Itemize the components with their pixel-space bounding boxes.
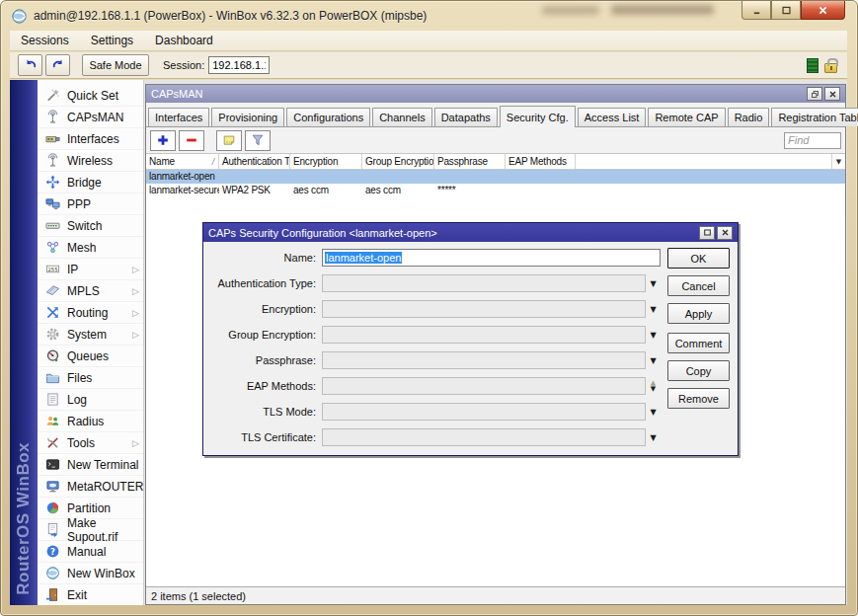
minimize-button[interactable] — [741, 1, 771, 20]
sidebar-item-exit[interactable]: Exit — [38, 584, 143, 605]
header-encryption[interactable]: Encryption — [290, 154, 362, 169]
field-row-tls-certificate: TLS Certificate: ▼ — [203, 427, 661, 447]
header-eap-methods[interactable]: EAP Methods — [506, 154, 576, 169]
tab-provisioning[interactable]: Provisioning — [211, 108, 284, 126]
sidebar-item-capsman[interactable]: CAPsMAN — [38, 107, 143, 128]
sidebar-item-radius[interactable]: Radius — [38, 411, 143, 432]
tab-security-cfg[interactable]: Security Cfg. — [500, 106, 576, 127]
remove-button[interactable] — [179, 130, 204, 151]
sidebar-item-log[interactable]: Log — [38, 389, 143, 411]
tab-access-list[interactable]: Access List — [578, 108, 647, 126]
maximize-button[interactable] — [771, 1, 801, 20]
dropdown-arrow-icon[interactable]: ▼ — [646, 356, 661, 365]
sidebar-item-interfaces[interactable]: Interfaces — [38, 128, 143, 150]
sidebar-item-manual[interactable]: Manual — [38, 541, 143, 563]
capsman-tabs: Interfaces Provisioning Configurations C… — [146, 103, 845, 127]
gauge-icon — [44, 348, 61, 364]
session-input[interactable] — [208, 56, 270, 74]
table-row[interactable]: lanmarket-open — [146, 170, 845, 184]
sidebar-item-make-supout[interactable]: Make Supout.rif — [38, 519, 143, 541]
dropdown-arrow-icon[interactable]: ▼ — [646, 279, 661, 288]
sidebar-item-routing[interactable]: Routing▷ — [38, 302, 143, 324]
tab-interfaces[interactable]: Interfaces — [148, 108, 209, 126]
tab-registration-table[interactable]: Registration Table — [771, 108, 858, 126]
sidebar-item-wireless[interactable]: Wireless — [38, 150, 143, 172]
menu-sessions[interactable]: Sessions — [10, 31, 80, 51]
sidebar-item-ppp[interactable]: PPP — [38, 193, 143, 215]
remove-button[interactable]: Remove — [667, 388, 730, 409]
dropdown-arrow-icon[interactable]: ▼ — [646, 331, 661, 340]
encryption-input[interactable] — [322, 300, 646, 318]
tab-configurations[interactable]: Configurations — [286, 108, 370, 126]
add-button[interactable] — [150, 130, 176, 151]
header-authentication-type[interactable]: Authentication Type — [219, 154, 290, 169]
table-row[interactable]: lanmarket-secured WPA2 PSK aes ccm aes c… — [146, 184, 845, 197]
sidebar-item-new-winbox[interactable]: New WinBox — [38, 563, 143, 584]
sort-ascending-icon: / — [212, 157, 215, 167]
passphrase-input[interactable] — [322, 351, 646, 369]
tab-radio[interactable]: Radio — [728, 108, 770, 126]
traffic-indicator — [807, 58, 819, 73]
updown-arrows-icon[interactable]: ▲▼ — [646, 380, 661, 392]
dialog-titlebar[interactable]: CAPs Security Configuration <lanmarket-o… — [203, 223, 738, 242]
ok-button[interactable]: OK — [667, 248, 730, 269]
eap-methods-input[interactable] — [322, 377, 646, 395]
sidebar-item-ip[interactable]: IP▷ — [38, 259, 143, 280]
capsman-titlebar[interactable]: CAPsMAN — [146, 85, 845, 103]
header-filler — [576, 154, 832, 169]
filter-button[interactable] — [245, 130, 271, 151]
name-input[interactable]: lanmarket-open — [322, 249, 661, 267]
safe-mode-button[interactable]: Safe Mode — [82, 54, 149, 76]
header-group-encryption[interactable]: Group Encryption — [362, 154, 434, 169]
name-label: Name: — [203, 252, 322, 264]
tls-certificate-input[interactable] — [322, 428, 646, 446]
authentication-type-input[interactable] — [322, 274, 646, 292]
dropdown-arrow-icon[interactable]: ▼ — [646, 408, 661, 417]
dropdown-arrow-icon[interactable]: ▼ — [646, 433, 661, 442]
header-passphrase[interactable]: Passphrase — [434, 154, 506, 169]
wand-icon — [44, 88, 61, 104]
menu-dashboard[interactable]: Dashboard — [144, 31, 224, 51]
dialog-close-button[interactable] — [717, 226, 733, 240]
copy-button[interactable]: Copy — [667, 360, 730, 381]
note-icon — [222, 133, 236, 147]
sidebar-item-metarouter[interactable]: MetaROUTER — [38, 476, 143, 498]
sidebar-item-mpls[interactable]: MPLS▷ — [38, 280, 143, 302]
close-button[interactable] — [801, 1, 845, 20]
tab-channels[interactable]: Channels — [372, 108, 431, 126]
menu-settings[interactable]: Settings — [80, 31, 144, 51]
cancel-button[interactable]: Cancel — [667, 275, 730, 296]
undo-button[interactable] — [18, 54, 42, 76]
find-input[interactable] — [784, 132, 841, 149]
dialog-maximize-button[interactable] — [699, 226, 715, 240]
sidebar-item-bridge[interactable]: Bridge — [38, 172, 143, 193]
capsman-restore-button[interactable] — [807, 87, 822, 101]
dropdown-arrow-icon[interactable]: ▼ — [646, 305, 661, 314]
sidebar: Quick Set CAPsMAN Interfaces Wireless Br… — [38, 80, 144, 605]
capsman-close-button[interactable] — [824, 87, 840, 101]
comment-button[interactable] — [216, 130, 242, 151]
tls-mode-input[interactable] — [322, 403, 646, 421]
column-select-dropdown[interactable]: ▼ — [832, 154, 845, 169]
sidebar-item-queues[interactable]: Queues — [38, 346, 143, 367]
help-icon — [44, 544, 61, 560]
sidebar-item-mesh[interactable]: Mesh — [38, 237, 143, 259]
encryption-label: Encryption: — [203, 303, 322, 315]
sidebar-item-files[interactable]: Files — [38, 367, 143, 389]
sidebar-item-system[interactable]: System▷ — [38, 324, 143, 346]
sidebar-item-tools[interactable]: Tools▷ — [38, 432, 143, 454]
window-title: admin@192.168.1.1 (PowerBox) - WinBox v6… — [34, 9, 427, 23]
sidebar-item-new-terminal[interactable]: New Terminal — [38, 454, 143, 476]
header-name[interactable]: Name/ — [146, 154, 219, 169]
sidebar-item-switch[interactable]: Switch — [38, 215, 143, 237]
tab-datapaths[interactable]: Datapaths — [434, 108, 498, 126]
apply-button[interactable]: Apply — [667, 303, 730, 324]
redo-button[interactable] — [45, 54, 70, 76]
antenna-icon — [44, 110, 61, 125]
ip-255-icon — [44, 262, 61, 277]
sidebar-item-quick-set[interactable]: Quick Set — [38, 85, 143, 107]
tab-remote-cap[interactable]: Remote CAP — [648, 108, 725, 126]
group-encryption-input[interactable] — [322, 326, 646, 344]
funnel-icon — [251, 133, 265, 147]
comment-button[interactable]: Comment — [667, 333, 730, 353]
